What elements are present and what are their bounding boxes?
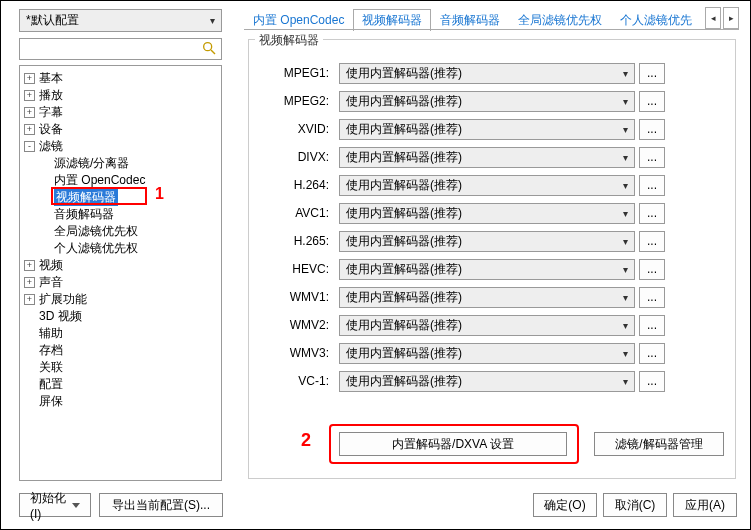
codec-row: H.264:使用内置解码器(推荐)▾... — [259, 174, 727, 196]
tab-label: 音频解码器 — [440, 12, 500, 29]
codec-select[interactable]: 使用内置解码器(推荐)▾ — [339, 259, 635, 280]
codec-more-button[interactable]: ... — [639, 371, 665, 392]
tree-item[interactable]: +辅助 — [20, 325, 221, 342]
tab[interactable]: 音频解码器 — [431, 9, 509, 31]
expand-icon[interactable]: + — [24, 90, 35, 101]
chevron-down-icon: ▾ — [623, 264, 628, 275]
collapse-icon[interactable]: - — [24, 141, 35, 152]
codec-label: DIVX: — [259, 150, 329, 164]
tree-item[interactable]: 全局滤镜优先权 — [20, 223, 221, 240]
tree-item[interactable]: -滤镜 — [20, 138, 221, 155]
cancel-button[interactable]: 取消(C) — [603, 493, 667, 517]
search-field[interactable] — [24, 42, 194, 56]
tree-item[interactable]: 视频解码器 — [20, 189, 221, 206]
export-button[interactable]: 导出当前配置(S)... — [99, 493, 223, 517]
codec-select-value: 使用内置解码器(推荐) — [346, 149, 462, 166]
init-button[interactable]: 初始化(I) — [19, 493, 91, 517]
tab[interactable]: 内置 OpenCodec — [244, 9, 353, 31]
tree-item[interactable]: +声音 — [20, 274, 221, 291]
search-icon — [201, 40, 217, 59]
codec-more-button[interactable]: ... — [639, 259, 665, 280]
codec-select-value: 使用内置解码器(推荐) — [346, 373, 462, 390]
codec-select[interactable]: 使用内置解码器(推荐)▾ — [339, 91, 635, 112]
tree-item-label: 3D 视频 — [39, 308, 82, 325]
codec-row: HEVC:使用内置解码器(推荐)▾... — [259, 258, 727, 280]
tree-item[interactable]: +视频 — [20, 257, 221, 274]
codec-row: AVC1:使用内置解码器(推荐)▾... — [259, 202, 727, 224]
tab-label: 视频解码器 — [362, 12, 422, 29]
codec-more-button[interactable]: ... — [639, 315, 665, 336]
expand-icon[interactable]: + — [24, 73, 35, 84]
tree-item[interactable]: +屏保 — [20, 393, 221, 410]
apply-button[interactable]: 应用(A) — [673, 493, 737, 517]
tab-scroll-right[interactable]: ▸ — [723, 7, 739, 29]
tree-item[interactable]: +字幕 — [20, 104, 221, 121]
codec-select[interactable]: 使用内置解码器(推荐)▾ — [339, 175, 635, 196]
tree-item[interactable]: +关联 — [20, 359, 221, 376]
profile-select-label: *默认配置 — [26, 12, 79, 29]
tree-item[interactable]: +配置 — [20, 376, 221, 393]
codec-more-button[interactable]: ... — [639, 147, 665, 168]
codec-more-button[interactable]: ... — [639, 119, 665, 140]
tree-item[interactable]: +基本 — [20, 70, 221, 87]
codec-select[interactable]: 使用内置解码器(推荐)▾ — [339, 315, 635, 336]
codec-row: MPEG1:使用内置解码器(推荐)▾... — [259, 62, 727, 84]
tree-item-label: 音频解码器 — [54, 206, 114, 223]
codec-more-button[interactable]: ... — [639, 231, 665, 252]
ok-label: 确定(O) — [544, 497, 585, 514]
tree-item[interactable]: 个人滤镜优先权 — [20, 240, 221, 257]
tree-item[interactable]: +设备 — [20, 121, 221, 138]
tab-bar: 内置 OpenCodec视频解码器音频解码器全局滤镜优先权个人滤镜优先 — [244, 7, 701, 31]
codec-row: WMV2:使用内置解码器(推荐)▾... — [259, 314, 727, 336]
codec-more-button[interactable]: ... — [639, 63, 665, 84]
tree-item-label: 基本 — [39, 70, 63, 87]
codec-row: WMV3:使用内置解码器(推荐)▾... — [259, 342, 727, 364]
chevron-down-icon: ▾ — [623, 68, 628, 79]
codec-row: DIVX:使用内置解码器(推荐)▾... — [259, 146, 727, 168]
tree-item-label: 关联 — [39, 359, 63, 376]
codec-more-button[interactable]: ... — [639, 175, 665, 196]
group-title: 视频解码器 — [255, 32, 323, 49]
codec-more-button[interactable]: ... — [639, 91, 665, 112]
search-input[interactable] — [19, 38, 222, 60]
expand-icon[interactable]: + — [24, 107, 35, 118]
expand-icon[interactable]: + — [24, 124, 35, 135]
ok-button[interactable]: 确定(O) — [533, 493, 597, 517]
tab[interactable]: 视频解码器 — [353, 9, 431, 31]
codec-select[interactable]: 使用内置解码器(推荐)▾ — [339, 203, 635, 224]
ellipsis-icon: ... — [647, 122, 657, 136]
codec-select[interactable]: 使用内置解码器(推荐)▾ — [339, 287, 635, 308]
filter-manager-button[interactable]: 滤镜/解码器管理 — [594, 432, 724, 456]
tree-item[interactable]: +存档 — [20, 342, 221, 359]
codec-label: H.264: — [259, 178, 329, 192]
tab-scroll-left[interactable]: ◂ — [705, 7, 721, 29]
chevron-down-icon: ▾ — [623, 348, 628, 359]
expand-icon[interactable]: + — [24, 277, 35, 288]
tree-item[interactable]: +3D 视频 — [20, 308, 221, 325]
codec-more-button[interactable]: ... — [639, 343, 665, 364]
tree-item[interactable]: 源滤镜/分离器 — [20, 155, 221, 172]
tab[interactable]: 个人滤镜优先 — [611, 9, 701, 31]
codec-select[interactable]: 使用内置解码器(推荐)▾ — [339, 147, 635, 168]
codec-select[interactable]: 使用内置解码器(推荐)▾ — [339, 63, 635, 84]
chevron-down-icon: ▾ — [210, 15, 215, 26]
tree-item[interactable]: 音频解码器 — [20, 206, 221, 223]
tree-item[interactable]: +扩展功能 — [20, 291, 221, 308]
codec-select[interactable]: 使用内置解码器(推荐)▾ — [339, 231, 635, 252]
codec-select[interactable]: 使用内置解码器(推荐)▾ — [339, 343, 635, 364]
tree-item-label: 全局滤镜优先权 — [54, 223, 138, 240]
ellipsis-icon: ... — [647, 262, 657, 276]
expand-icon[interactable]: + — [24, 294, 35, 305]
codec-more-button[interactable]: ... — [639, 203, 665, 224]
tab[interactable]: 全局滤镜优先权 — [509, 9, 611, 31]
codec-more-button[interactable]: ... — [639, 287, 665, 308]
tree-item[interactable]: +播放 — [20, 87, 221, 104]
tree-item[interactable]: 内置 OpenCodec — [20, 172, 221, 189]
profile-select[interactable]: *默认配置 ▾ — [19, 9, 222, 32]
codec-select-value: 使用内置解码器(推荐) — [346, 261, 462, 278]
codec-select[interactable]: 使用内置解码器(推荐)▾ — [339, 119, 635, 140]
codec-select[interactable]: 使用内置解码器(推荐)▾ — [339, 371, 635, 392]
ellipsis-icon: ... — [647, 150, 657, 164]
expand-icon[interactable]: + — [24, 260, 35, 271]
dxva-settings-button[interactable]: 内置解码器/DXVA 设置 — [339, 432, 567, 456]
